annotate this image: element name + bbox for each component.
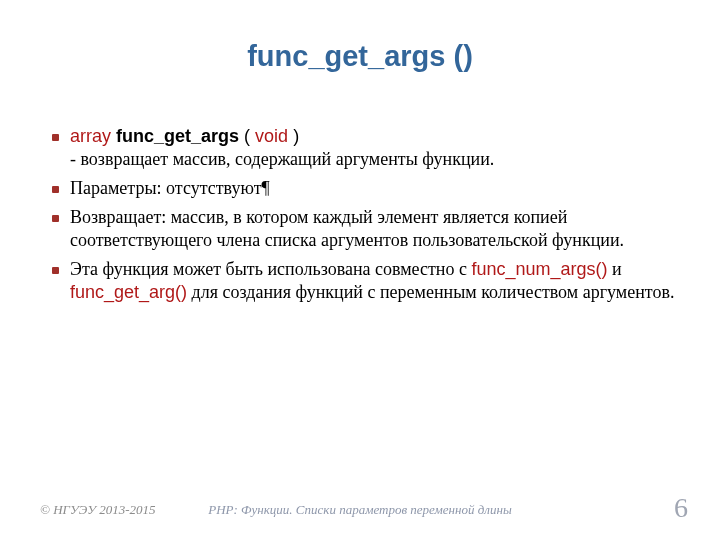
bullet-signature: array func_get_args ( void ) - возвращае…	[48, 125, 678, 171]
bullet-4-mid: и	[608, 259, 622, 279]
bullet-returns: Возвращает: массив, в котором каждый эле…	[48, 206, 678, 252]
func-name: func_get_args	[116, 126, 239, 146]
bullet-list: array func_get_args ( void ) - возвращае…	[48, 125, 678, 304]
bullet-usage: Эта функция может быть использована совм…	[48, 258, 678, 304]
slide: func_get_args () array func_get_args ( v…	[0, 0, 720, 540]
footer-course-title: PHP: Функции. Списки параметров переменн…	[0, 502, 720, 518]
param-void: void	[255, 126, 288, 146]
footer: © НГУЭУ 2013-2015 PHP: Функции. Списки п…	[0, 488, 720, 518]
bullet-4-pre: Эта функция может быть использована совм…	[70, 259, 472, 279]
bullet-1-desc: - возвращает массив, содержащий аргумент…	[70, 149, 494, 169]
slide-title: func_get_args ()	[0, 40, 720, 73]
function-signature: array func_get_args ( void )	[70, 126, 299, 146]
bullet-4-post: для создания функций с переменным количе…	[187, 282, 674, 302]
bullet-params: Параметры: отсутствуют¶	[48, 177, 678, 200]
return-type: array	[70, 126, 111, 146]
func-get-arg-ref: func_get_arg()	[70, 282, 187, 302]
func-num-args-ref: func_num_args()	[472, 259, 608, 279]
content-area: array func_get_args ( void ) - возвращае…	[48, 125, 678, 310]
paren-close: )	[288, 126, 299, 146]
page-number: 6	[674, 492, 688, 524]
paren-open: (	[244, 126, 255, 146]
